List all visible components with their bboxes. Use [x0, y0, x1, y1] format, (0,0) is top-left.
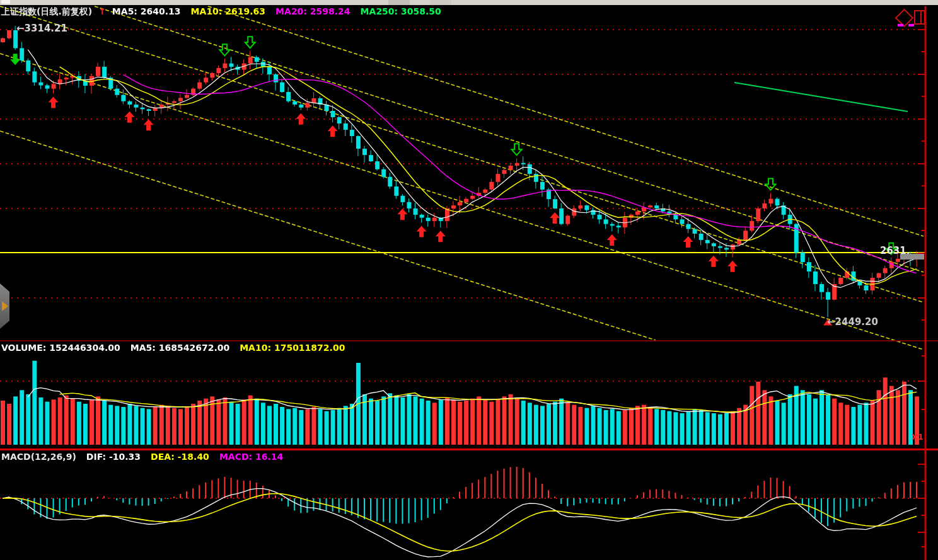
main-header: 上证指数(日线.前复权) ↑ MA5: 2640.13 MA10: 2619.6… — [1, 6, 441, 18]
stock-chart-window: 上证指数(日线.前复权) ↑ MA5: 2640.13 MA10: 2619.6… — [0, 0, 938, 560]
vol-ma5-label: MA5: 168542672.00 — [130, 343, 229, 353]
toolbar-button-edge — [388, 0, 410, 5]
dif-label: DIF: -10.33 — [86, 452, 141, 462]
index-title: 上证指数(日线.前复权) — [1, 6, 92, 18]
toolbar-button-edge — [430, 0, 451, 5]
price-line-handle[interactable] — [900, 254, 924, 260]
split-window-icon[interactable] — [914, 10, 925, 25]
volume-unit-label: X1 — [912, 432, 924, 442]
high-price-label: ←3314.21 — [16, 23, 67, 34]
macd-title: MACD(12,26,9) — [1, 452, 76, 462]
ma250-label: MA250: 3058.50 — [361, 6, 441, 18]
toolbar-bottom-strip — [0, 0, 938, 5]
ma10-label: MA10: 2619.63 — [191, 6, 266, 18]
magenta-dash-marker — [898, 24, 903, 26]
expand-arrow-icon — [2, 301, 8, 311]
macd-value-label: MACD: 16.14 — [219, 452, 283, 462]
toolbar-chip — [1, 0, 10, 4]
volume-header: VOLUME: 152446304.00 MA5: 168542672.00 M… — [1, 343, 345, 353]
vol-ma10-label: MA10: 175011872.00 — [240, 343, 345, 353]
volume-label: VOLUME: 152446304.00 — [1, 343, 120, 353]
dea-label: DEA: -18.40 — [151, 452, 209, 462]
low-price-label: ←2449.20 — [827, 316, 878, 328]
magenta-dash-marker — [908, 24, 914, 26]
chart-canvas[interactable] — [0, 0, 938, 560]
ma5-label: MA5: 2640.13 — [112, 6, 181, 18]
signal-up-arrow-icon: ↑ — [98, 6, 106, 18]
macd-header: MACD(12,26,9) DIF: -10.33 DEA: -18.40 MA… — [1, 452, 283, 462]
ma20-label: MA20: 2598.24 — [275, 6, 350, 18]
